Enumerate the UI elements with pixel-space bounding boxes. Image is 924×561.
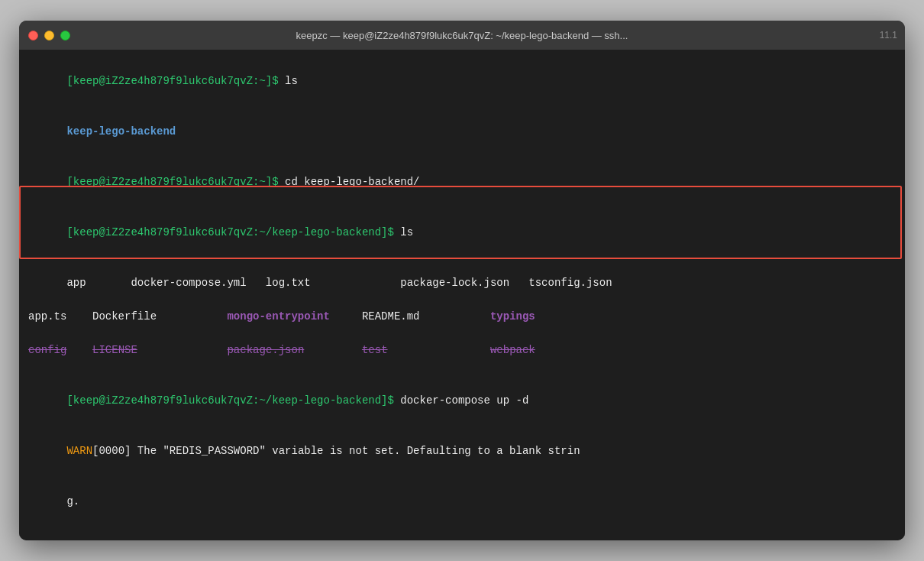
terminal-line: config LICENSE package.json test webpack [28,342,896,375]
ls-col-strike5: webpack [490,344,535,356]
terminal-line-warn-cont: g. [28,476,896,527]
ls-col: app.ts Dockerfile [28,310,227,323]
terminal-line: [keep@iZ2ze4h879f9lukc6uk7qvZ:~]$ cd kee… [28,157,896,207]
command-text: cd keep-lego-backend/ [285,176,419,188]
prompt: [keep@iZ2ze4h879f9lukc6uk7qvZ:~/keep-leg… [66,226,400,238]
sidebar-indicator: 11.1 [880,30,897,41]
ls-col [137,344,228,356]
ls-col-strike2: LICENSE [92,344,137,356]
terminal-line: app docker-compose.yml log.txt package-l… [28,258,896,308]
titlebar: keepzc — keep@iZ2ze4h879f9lukc6uk7qvZ: ~… [19,21,905,50]
terminal-window: keepzc — keep@iZ2ze4h879f9lukc6uk7qvZ: ~… [19,21,905,540]
terminal-line: [keep@iZ2ze4h879f9lukc6uk7qvZ:~]$ ls [28,56,896,106]
warn-cont: g. [66,495,79,507]
terminal-line: keep-lego-backend [28,106,896,157]
ls-col [388,344,490,356]
ls-col: README.md [330,310,490,323]
prompt: [keep@iZ2ze4h879f9lukc6uk7qvZ:~]$ [66,75,285,87]
traffic-lights [28,31,70,41]
command-text: docker-compose up -d [400,394,528,407]
terminal-line: app.ts Dockerfile mongo-entrypoint READM… [28,308,896,342]
warn-text: [0000] The "REDIS_PASSWORD" variable is … [92,445,580,457]
ls-output: keep-lego-backend [66,125,176,138]
terminal-line: [keep@iZ2ze4h879f9lukc6uk7qvZ:~/keep-leg… [28,207,896,258]
close-button[interactable] [28,31,38,41]
terminal-line-highlighted: [keep@iZ2ze4h879f9lukc6uk7qvZ:~/keep-leg… [28,375,896,426]
ls-col [304,344,362,356]
terminal-line-error: open /home/keep/keep-lego-backend/.env: … [28,527,896,540]
ls-col-strike4: test [362,344,388,356]
ls-col-purple: mongo-entrypoint [227,310,329,323]
prompt: [keep@iZ2ze4h879f9lukc6uk7qvZ:~/keep-leg… [66,394,400,407]
terminal-line-warn: WARN[0000] The "REDIS_PASSWORD" variable… [28,426,896,476]
ls-col [66,344,92,356]
ls-col-purple2: typings [490,310,535,323]
command-text: ls [400,226,413,238]
maximize-button[interactable] [60,31,70,41]
minimize-button[interactable] [44,31,54,41]
ls-col-strike: config [28,344,66,356]
ls-col-strike3: package.json [227,344,304,356]
command-text: ls [285,75,298,87]
terminal-body[interactable]: [keep@iZ2ze4h879f9lukc6uk7qvZ:~]$ ls kee… [19,50,905,540]
ls-col: app docker-compose.yml log.txt package-l… [66,277,612,289]
prompt: [keep@iZ2ze4h879f9lukc6uk7qvZ:~]$ [66,176,285,188]
warn-prefix: WARN [66,445,92,457]
window-title: keepzc — keep@iZ2ze4h879f9lukc6uk7qvZ: ~… [296,30,628,41]
